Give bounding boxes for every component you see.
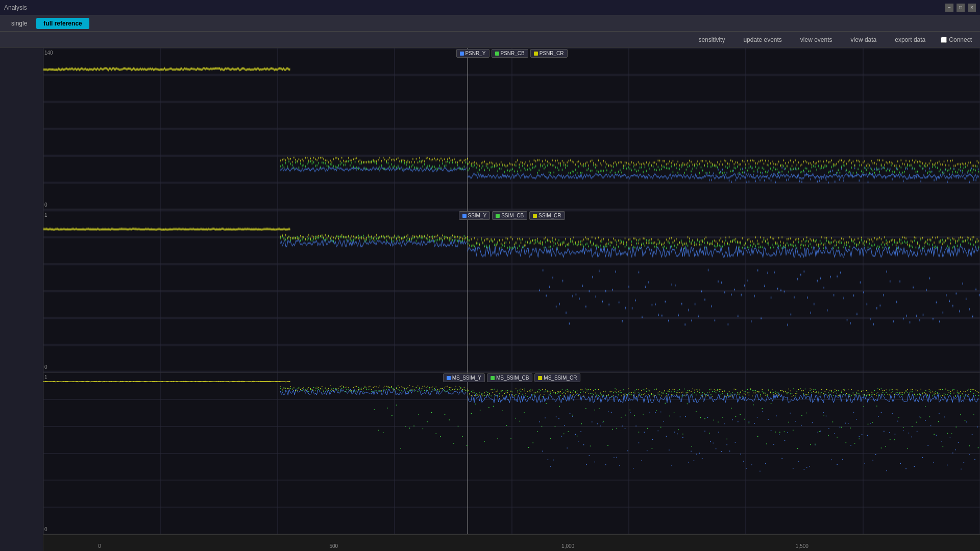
- x-tick-1500: 1,500: [796, 543, 808, 549]
- ssim-cb-color: [496, 214, 500, 218]
- psnr-y-label: PSNR_Y: [465, 51, 485, 56]
- ms-ssim-cb-color: [491, 376, 495, 380]
- legend-psnr-y[interactable]: PSNR_Y: [456, 49, 489, 58]
- sensitivity-button[interactable]: sensitivity: [695, 35, 728, 45]
- app-title: Analysis: [4, 4, 27, 11]
- connect-checkbox[interactable]: [941, 37, 947, 43]
- close-button[interactable]: ×: [968, 4, 976, 12]
- ssim-y-max: 1: [44, 212, 47, 218]
- psnr-cb-label: PSNR_CB: [500, 51, 524, 56]
- update-events-button[interactable]: update events: [740, 35, 785, 45]
- tab-full-reference[interactable]: full reference: [36, 18, 89, 29]
- connect-text: Connect: [949, 36, 972, 43]
- x-tick-500: 500: [330, 543, 338, 549]
- x-axis: 0 500 1,000 1,500: [43, 535, 980, 551]
- ms-ssim-y-color: [447, 376, 451, 380]
- main-area: PSNR_Y PSNR_CB PSNR_CR 140 0 SSIM_: [0, 48, 980, 551]
- window-controls: − □ ×: [945, 4, 976, 12]
- legend-ms-ssim-cb[interactable]: MS_SSIM_CB: [487, 373, 532, 382]
- ms-ssim-y-max: 1: [44, 374, 47, 380]
- psnr-cb-color: [495, 52, 499, 56]
- ssim-cr-label: SSIM_CR: [538, 213, 561, 218]
- ms-ssim-cr-color: [538, 376, 542, 380]
- maximize-button[interactable]: □: [957, 4, 965, 12]
- charts-area: PSNR_Y PSNR_CB PSNR_CR 140 0 SSIM_: [43, 48, 980, 551]
- ms-ssim-y-label: MS_SSIM_Y: [452, 375, 481, 381]
- view-data-button[interactable]: view data: [848, 35, 880, 45]
- titlebar: Analysis − □ ×: [0, 0, 980, 15]
- ssim-cr-color: [533, 214, 537, 218]
- ms-ssim-legend: MS_SSIM_Y MS_SSIM_CB MS_SSIM_CR: [443, 373, 581, 382]
- legend-ssim-y[interactable]: SSIM_Y: [458, 211, 490, 220]
- toolbar: sensitivity update events view events vi…: [0, 32, 980, 48]
- psnr-canvas: [43, 48, 980, 210]
- tab-single[interactable]: single: [4, 18, 34, 29]
- legend-ssim-cb[interactable]: SSIM_CB: [492, 211, 527, 220]
- legend-psnr-cr[interactable]: PSNR_CR: [530, 49, 568, 58]
- ssim-y-label: SSIM_Y: [468, 213, 486, 218]
- ms-ssim-chart: MS_SSIM_Y MS_SSIM_CB MS_SSIM_CR 1 0: [43, 372, 980, 535]
- ssim-legend: SSIM_Y SSIM_CB SSIM_CR: [458, 211, 565, 220]
- ms-ssim-y-min: 0: [44, 527, 47, 532]
- ssim-y-min: 0: [44, 364, 47, 370]
- psnr-y-max: 140: [44, 50, 53, 56]
- ms-ssim-cb-label: MS_SSIM_CB: [496, 375, 529, 381]
- export-data-button[interactable]: export data: [892, 35, 928, 45]
- legend-ms-ssim-cr[interactable]: MS_SSIM_CR: [534, 373, 580, 382]
- ssim-cb-label: SSIM_CB: [501, 213, 524, 218]
- minimize-button[interactable]: −: [945, 4, 953, 12]
- ssim-y-color: [462, 214, 466, 218]
- view-events-button[interactable]: view events: [797, 35, 836, 45]
- sidebar: [0, 48, 43, 551]
- x-tick-1000: 1,000: [561, 543, 574, 549]
- ssim-chart: SSIM_Y SSIM_CB SSIM_CR 1 0: [43, 210, 980, 372]
- connect-label[interactable]: Connect: [941, 36, 972, 43]
- psnr-cr-color: [534, 52, 538, 56]
- ms-ssim-canvas: [43, 372, 980, 534]
- ms-ssim-cr-label: MS_SSIM_CR: [544, 375, 577, 381]
- psnr-cr-label: PSNR_CR: [540, 51, 564, 56]
- psnr-y-min: 0: [44, 202, 47, 208]
- psnr-y-color: [459, 52, 463, 56]
- x-tick-0: 0: [98, 543, 101, 549]
- psnr-chart: PSNR_Y PSNR_CB PSNR_CR 140 0: [43, 48, 980, 210]
- legend-ms-ssim-y[interactable]: MS_SSIM_Y: [443, 373, 485, 382]
- psnr-legend: PSNR_Y PSNR_CB PSNR_CR: [456, 49, 567, 58]
- legend-ssim-cr[interactable]: SSIM_CR: [529, 211, 565, 220]
- tabbar: single full reference: [0, 15, 980, 32]
- legend-psnr-cb[interactable]: PSNR_CB: [491, 49, 528, 58]
- ssim-canvas: [43, 210, 980, 372]
